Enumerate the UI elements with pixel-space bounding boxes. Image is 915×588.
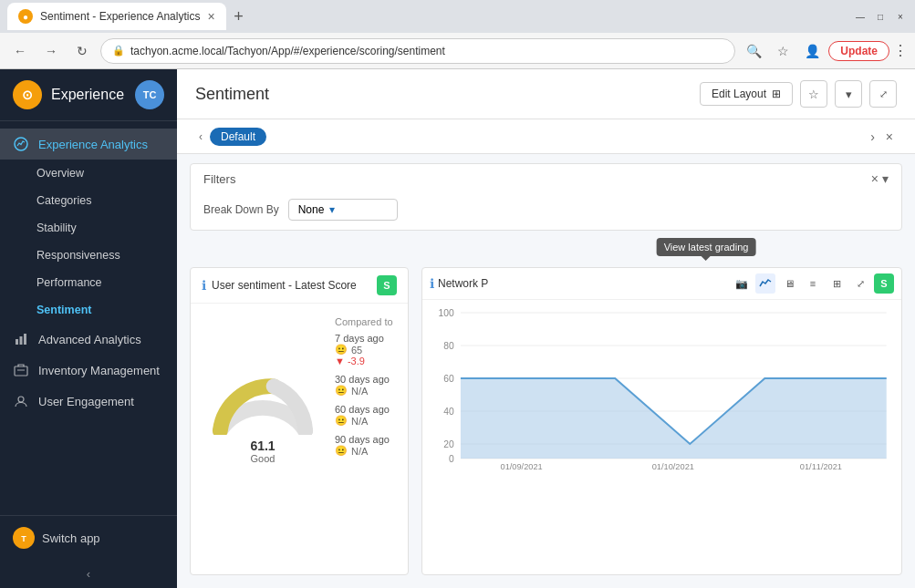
minimize-button[interactable]: —	[853, 9, 868, 24]
change-7days: ▼ -3.9	[335, 356, 395, 366]
sidebar-item-advanced-analytics[interactable]: Advanced Analytics	[0, 324, 177, 355]
sidebar-item-responsiveness[interactable]: Responsiveness	[0, 242, 177, 269]
expand-button[interactable]: ⤢	[869, 80, 897, 108]
chart-monitor-button[interactable]: 🖥	[779, 273, 799, 294]
bookmark-icon-btn[interactable]: ☆	[770, 38, 795, 64]
value-60days: 😐 N/A	[335, 415, 395, 427]
new-tab-button[interactable]: +	[226, 4, 252, 29]
chart-list-button[interactable]: ≡	[803, 273, 823, 294]
switch-app-button[interactable]: T Switch app	[0, 515, 177, 560]
chart-svg: 100 80 60 40 20 0	[428, 305, 896, 469]
chevron-down-button[interactable]: ▾	[835, 80, 862, 108]
gauge-card: ℹ User sentiment - Latest Score S	[190, 267, 409, 575]
tooltip-text: View latest grading	[664, 242, 749, 253]
svg-point-6	[18, 397, 24, 402]
browser-tab[interactable]: ● Sentiment - Experience Analytics ×	[7, 3, 226, 30]
gauge-card-body: 61.1 Good Compared to 7 days ago 😐 65	[191, 304, 408, 477]
sidebar-item-user-engagement[interactable]: User Engagement	[0, 386, 177, 417]
chart-card-header: ℹ Network P 📷 🖥 ≡ ⊞ ⤢ S	[422, 268, 901, 300]
sidebar-collapse-button[interactable]: ‹	[0, 560, 177, 588]
maximize-button[interactable]: □	[873, 9, 888, 24]
update-button[interactable]: Update	[828, 41, 889, 61]
filters-section: Filters × ▾ Break Down By None ▾	[190, 163, 902, 231]
break-down-by-select[interactable]: None ▾	[288, 199, 398, 221]
sidebar: ⊙ Experience TC Experience Analytics Ove…	[0, 69, 177, 588]
svg-text:40: 40	[443, 407, 454, 417]
star-icon: ☆	[808, 88, 819, 101]
sidebar-item-sentiment[interactable]: Sentiment	[0, 296, 177, 324]
break-down-by-label: Break Down By	[203, 203, 279, 216]
tab-prev-button[interactable]: ‹	[195, 127, 206, 147]
browser-menu-button[interactable]: ⋮	[893, 42, 908, 59]
comparison-label: Compared to	[335, 316, 395, 327]
period-7days: 7 days ago	[335, 333, 395, 344]
expand-icon: ⤢	[879, 88, 888, 100]
sentiment-label: Sentiment	[36, 304, 91, 316]
gauge-area: 61.1 Good	[203, 316, 322, 464]
value-90days: 😐 N/A	[335, 445, 395, 457]
search-icon-btn[interactable]: 🔍	[741, 38, 766, 64]
user-engagement-label: User Engagement	[38, 395, 134, 408]
dashboard-area: ℹ User sentiment - Latest Score S	[177, 262, 915, 588]
sidebar-item-performance[interactable]: Performance	[0, 269, 177, 296]
chart-line-button[interactable]	[755, 273, 775, 294]
gauge-score-value: 61.1	[250, 438, 275, 453]
chart-score-badge: S	[874, 273, 894, 294]
default-tab[interactable]: Default	[210, 128, 266, 146]
tab-title: Sentiment - Experience Analytics	[40, 10, 200, 23]
gauge-score-badge: S	[377, 275, 397, 295]
sidebar-item-experience-analytics[interactable]: Experience Analytics	[0, 129, 177, 160]
close-tab-button[interactable]: ×	[207, 9, 214, 24]
back-button[interactable]: ←	[7, 38, 33, 64]
sidebar-item-overview[interactable]: Overview	[0, 160, 177, 187]
edit-layout-button[interactable]: Edit Layout ⊞	[700, 82, 793, 106]
tab-add-button[interactable]: ›	[867, 128, 879, 146]
chart-expand-button[interactable]: ⤢	[850, 273, 870, 294]
header-actions: Edit Layout ⊞ ☆ ▾ ⤢	[700, 80, 897, 108]
close-button[interactable]: ×	[893, 9, 908, 24]
tab-bar: ‹ Default › ×	[177, 119, 915, 154]
app-logo: ⊙	[13, 80, 42, 109]
chart-table-button[interactable]: ⊞	[827, 273, 847, 294]
value-30days: 😐 N/A	[335, 385, 395, 397]
experience-analytics-label: Experience Analytics	[38, 138, 148, 151]
browser-titlebar: ● Sentiment - Experience Analytics × + —…	[0, 0, 915, 33]
categories-label: Categories	[36, 194, 91, 207]
profile-icon-btn[interactable]: 👤	[799, 38, 825, 64]
sidebar-item-inventory-management[interactable]: Inventory Management	[0, 355, 177, 386]
filters-body: Break Down By None ▾	[191, 193, 901, 230]
filters-header: Filters × ▾	[191, 164, 901, 193]
comparison-row-7days: 7 days ago 😐 65 ▼ -3.9	[335, 333, 395, 366]
collapse-icon: ‹	[87, 567, 90, 581]
num-60days: N/A	[351, 416, 368, 427]
refresh-button[interactable]: ↻	[69, 38, 95, 64]
switch-app-icon: T	[13, 527, 35, 549]
chart-camera-button[interactable]: 📷	[732, 273, 752, 294]
lock-icon: 🔒	[112, 45, 125, 57]
filters-chevron-button[interactable]: ▾	[882, 171, 889, 186]
period-30days: 30 days ago	[335, 374, 395, 385]
filters-close-button[interactable]: ×	[871, 171, 879, 186]
gauge-card-header: ℹ User sentiment - Latest Score S	[191, 268, 408, 304]
num-90days: N/A	[351, 446, 368, 457]
gauge-score-label: Good	[251, 453, 276, 464]
grid-icon: ⊞	[772, 88, 781, 100]
svg-rect-2	[20, 336, 23, 345]
sidebar-item-stability[interactable]: Stability	[0, 214, 177, 242]
svg-text:80: 80	[443, 341, 454, 351]
sidebar-item-categories[interactable]: Categories	[0, 187, 177, 214]
forward-button[interactable]: →	[38, 38, 64, 64]
engagement-icon	[13, 393, 29, 409]
app-name: Experience	[51, 87, 124, 103]
svg-text:T: T	[21, 534, 26, 543]
info-icon: ℹ	[202, 278, 206, 293]
value-7days: 😐 65	[335, 344, 395, 356]
star-button[interactable]: ☆	[800, 80, 827, 108]
tab-close-button[interactable]: ×	[882, 128, 897, 146]
svg-text:60: 60	[443, 374, 454, 384]
filters-label: Filters	[203, 172, 235, 186]
tab-bar-right: › ×	[867, 128, 897, 146]
chart-body: 100 80 60 40 20 0	[422, 300, 901, 574]
address-bar[interactable]: 🔒 tachyon.acme.local/Tachyon/App/#/exper…	[100, 38, 735, 64]
inventory-icon	[13, 362, 29, 378]
